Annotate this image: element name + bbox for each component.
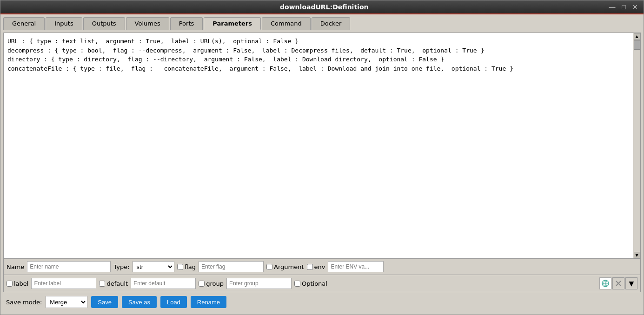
env-input[interactable] <box>328 261 384 272</box>
env-checkbox-label[interactable]: env <box>307 263 325 270</box>
group-checkbox-label[interactable]: group <box>199 280 224 287</box>
vertical-scrollbar[interactable]: ▲ ▼ <box>633 33 640 258</box>
form-row-1: Name Type: str int float bool text list … <box>4 258 640 275</box>
flag-label-text: flag <box>185 263 196 270</box>
row2-icon-group: ▼ <box>599 277 637 289</box>
group-checkbox[interactable] <box>199 281 205 287</box>
scroll-thumb[interactable] <box>634 40 640 50</box>
type-select[interactable]: str int float bool text list file direct… <box>133 261 174 272</box>
delete-icon-button[interactable] <box>612 277 624 289</box>
flag-checkbox[interactable] <box>177 264 183 270</box>
tab-ports[interactable]: Ports <box>170 17 203 30</box>
group-label-text: group <box>206 280 224 287</box>
tab-inputs[interactable]: Inputs <box>46 17 82 30</box>
tab-general[interactable]: General <box>3 17 45 30</box>
argument-checkbox-label[interactable]: Argument <box>266 263 304 270</box>
tab-command[interactable]: Command <box>262 17 311 30</box>
label-label-text: label <box>14 280 28 287</box>
globe-icon-button[interactable] <box>599 277 611 289</box>
tab-bar: General Inputs Outputs Volumes Ports Par… <box>3 17 641 30</box>
optional-label-text: Optional <box>302 280 327 287</box>
label-checkbox-label[interactable]: label <box>7 280 28 287</box>
globe-icon <box>601 279 610 288</box>
window-title: downloadURL:Definition <box>41 3 607 11</box>
params-text-container: URL : { type : text list, argument : Tru… <box>4 33 640 258</box>
form-row-2: label default group Optional <box>4 275 640 292</box>
default-checkbox[interactable] <box>99 281 105 287</box>
optional-checkbox[interactable] <box>294 281 300 287</box>
rename-button[interactable]: Rename <box>191 296 226 308</box>
save-as-button[interactable]: Save as <box>122 296 157 308</box>
main-window: downloadURL:Definition — □ ✕ General Inp… <box>0 0 644 315</box>
default-label-text: default <box>106 280 128 287</box>
env-checkbox[interactable] <box>307 264 313 270</box>
close-button[interactable]: ✕ <box>631 4 640 10</box>
save-button[interactable]: Save <box>91 296 118 308</box>
flag-checkbox-label[interactable]: flag <box>177 263 196 270</box>
optional-checkbox-label[interactable]: Optional <box>294 280 327 287</box>
titlebar-controls: — □ ✕ <box>607 4 640 10</box>
flag-input[interactable] <box>199 261 264 272</box>
save-mode-select[interactable]: Merge Replace <box>46 296 87 308</box>
load-button[interactable]: Load <box>160 296 187 308</box>
argument-checkbox[interactable] <box>266 264 272 270</box>
dropdown-arrow-icon: ▼ <box>629 280 634 287</box>
minimize-button[interactable]: — <box>607 4 617 10</box>
bottom-controls: Save mode: Merge Replace Save Save as Lo… <box>3 292 641 312</box>
default-checkbox-label[interactable]: default <box>99 280 128 287</box>
tab-outputs[interactable]: Outputs <box>83 17 125 30</box>
tab-volumes[interactable]: Volumes <box>126 17 169 30</box>
scroll-up-arrow[interactable]: ▲ <box>634 33 640 39</box>
name-label: Name <box>7 263 24 270</box>
save-mode-label: Save mode: <box>6 299 42 306</box>
maximize-button[interactable]: □ <box>620 4 628 10</box>
label-input[interactable] <box>31 278 96 289</box>
tab-parameters-content: URL : { type : text list, argument : Tru… <box>3 33 641 292</box>
group-input[interactable] <box>226 278 292 289</box>
default-input[interactable] <box>131 278 196 289</box>
params-textarea[interactable]: URL : { type : text list, argument : Tru… <box>4 33 633 258</box>
tab-parameters[interactable]: Parameters <box>204 17 261 30</box>
main-content: General Inputs Outputs Volumes Ports Par… <box>0 14 644 315</box>
tab-docker[interactable]: Docker <box>312 17 351 30</box>
env-label-text: env <box>314 263 325 270</box>
dropdown-arrow-button[interactable]: ▼ <box>625 277 637 289</box>
label-checkbox[interactable] <box>7 281 13 287</box>
titlebar: downloadURL:Definition — □ ✕ <box>0 0 644 14</box>
delete-icon <box>615 280 622 287</box>
name-input[interactable] <box>27 261 111 272</box>
argument-label-text: Argument <box>274 263 304 270</box>
type-label: Type: <box>113 263 129 270</box>
scroll-down-arrow[interactable]: ▼ <box>634 252 640 258</box>
